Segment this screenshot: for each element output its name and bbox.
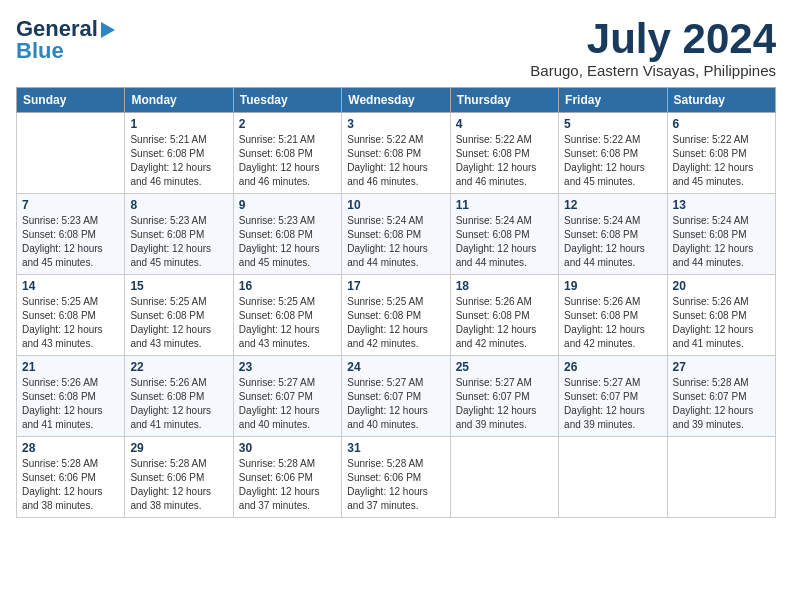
day-number: 23 [239, 360, 336, 374]
day-number: 1 [130, 117, 227, 131]
day-number: 8 [130, 198, 227, 212]
logo-arrow-icon [101, 22, 115, 38]
day-number: 13 [673, 198, 770, 212]
day-number: 4 [456, 117, 553, 131]
calendar-day-cell: 8Sunrise: 5:23 AM Sunset: 6:08 PM Daylig… [125, 194, 233, 275]
calendar-week-row: 7Sunrise: 5:23 AM Sunset: 6:08 PM Daylig… [17, 194, 776, 275]
day-info: Sunrise: 5:28 AM Sunset: 6:06 PM Dayligh… [130, 457, 227, 513]
day-info: Sunrise: 5:24 AM Sunset: 6:08 PM Dayligh… [564, 214, 661, 270]
day-info: Sunrise: 5:27 AM Sunset: 6:07 PM Dayligh… [564, 376, 661, 432]
day-info: Sunrise: 5:22 AM Sunset: 6:08 PM Dayligh… [673, 133, 770, 189]
day-info: Sunrise: 5:23 AM Sunset: 6:08 PM Dayligh… [130, 214, 227, 270]
calendar-day-cell: 23Sunrise: 5:27 AM Sunset: 6:07 PM Dayli… [233, 356, 341, 437]
calendar-day-cell: 30Sunrise: 5:28 AM Sunset: 6:06 PM Dayli… [233, 437, 341, 518]
title-section: July 2024 Barugo, Eastern Visayas, Phili… [530, 16, 776, 79]
day-number: 26 [564, 360, 661, 374]
calendar-day-cell: 20Sunrise: 5:26 AM Sunset: 6:08 PM Dayli… [667, 275, 775, 356]
day-number: 20 [673, 279, 770, 293]
day-info: Sunrise: 5:28 AM Sunset: 6:07 PM Dayligh… [673, 376, 770, 432]
day-info: Sunrise: 5:26 AM Sunset: 6:08 PM Dayligh… [564, 295, 661, 351]
calendar-day-cell: 14Sunrise: 5:25 AM Sunset: 6:08 PM Dayli… [17, 275, 125, 356]
calendar-day-cell: 29Sunrise: 5:28 AM Sunset: 6:06 PM Dayli… [125, 437, 233, 518]
calendar-day-cell: 27Sunrise: 5:28 AM Sunset: 6:07 PM Dayli… [667, 356, 775, 437]
day-info: Sunrise: 5:23 AM Sunset: 6:08 PM Dayligh… [22, 214, 119, 270]
day-number: 2 [239, 117, 336, 131]
day-number: 9 [239, 198, 336, 212]
day-number: 15 [130, 279, 227, 293]
calendar-day-cell: 4Sunrise: 5:22 AM Sunset: 6:08 PM Daylig… [450, 113, 558, 194]
day-number: 27 [673, 360, 770, 374]
day-number: 30 [239, 441, 336, 455]
calendar-week-row: 28Sunrise: 5:28 AM Sunset: 6:06 PM Dayli… [17, 437, 776, 518]
day-info: Sunrise: 5:24 AM Sunset: 6:08 PM Dayligh… [673, 214, 770, 270]
calendar-day-cell: 11Sunrise: 5:24 AM Sunset: 6:08 PM Dayli… [450, 194, 558, 275]
day-of-week-header: Friday [559, 88, 667, 113]
day-info: Sunrise: 5:24 AM Sunset: 6:08 PM Dayligh… [347, 214, 444, 270]
calendar-day-cell: 22Sunrise: 5:26 AM Sunset: 6:08 PM Dayli… [125, 356, 233, 437]
calendar-day-cell: 3Sunrise: 5:22 AM Sunset: 6:08 PM Daylig… [342, 113, 450, 194]
calendar-week-row: 1Sunrise: 5:21 AM Sunset: 6:08 PM Daylig… [17, 113, 776, 194]
calendar-day-cell: 28Sunrise: 5:28 AM Sunset: 6:06 PM Dayli… [17, 437, 125, 518]
calendar-day-cell: 26Sunrise: 5:27 AM Sunset: 6:07 PM Dayli… [559, 356, 667, 437]
day-info: Sunrise: 5:26 AM Sunset: 6:08 PM Dayligh… [130, 376, 227, 432]
day-of-week-header: Sunday [17, 88, 125, 113]
day-info: Sunrise: 5:21 AM Sunset: 6:08 PM Dayligh… [130, 133, 227, 189]
calendar-day-cell: 5Sunrise: 5:22 AM Sunset: 6:08 PM Daylig… [559, 113, 667, 194]
calendar-day-cell [559, 437, 667, 518]
calendar-day-cell: 25Sunrise: 5:27 AM Sunset: 6:07 PM Dayli… [450, 356, 558, 437]
calendar-day-cell: 6Sunrise: 5:22 AM Sunset: 6:08 PM Daylig… [667, 113, 775, 194]
day-info: Sunrise: 5:23 AM Sunset: 6:08 PM Dayligh… [239, 214, 336, 270]
day-of-week-header: Saturday [667, 88, 775, 113]
logo: General Blue [16, 16, 115, 64]
day-number: 10 [347, 198, 444, 212]
day-number: 14 [22, 279, 119, 293]
day-info: Sunrise: 5:26 AM Sunset: 6:08 PM Dayligh… [673, 295, 770, 351]
day-info: Sunrise: 5:22 AM Sunset: 6:08 PM Dayligh… [456, 133, 553, 189]
day-number: 12 [564, 198, 661, 212]
calendar-day-cell [450, 437, 558, 518]
calendar-day-cell: 10Sunrise: 5:24 AM Sunset: 6:08 PM Dayli… [342, 194, 450, 275]
day-number: 21 [22, 360, 119, 374]
calendar-day-cell: 21Sunrise: 5:26 AM Sunset: 6:08 PM Dayli… [17, 356, 125, 437]
day-number: 24 [347, 360, 444, 374]
day-info: Sunrise: 5:22 AM Sunset: 6:08 PM Dayligh… [347, 133, 444, 189]
location-title: Barugo, Eastern Visayas, Philippines [530, 62, 776, 79]
calendar-table: SundayMondayTuesdayWednesdayThursdayFrid… [16, 87, 776, 518]
calendar-week-row: 21Sunrise: 5:26 AM Sunset: 6:08 PM Dayli… [17, 356, 776, 437]
day-info: Sunrise: 5:24 AM Sunset: 6:08 PM Dayligh… [456, 214, 553, 270]
day-number: 17 [347, 279, 444, 293]
calendar-day-cell: 1Sunrise: 5:21 AM Sunset: 6:08 PM Daylig… [125, 113, 233, 194]
day-info: Sunrise: 5:26 AM Sunset: 6:08 PM Dayligh… [22, 376, 119, 432]
day-number: 11 [456, 198, 553, 212]
day-number: 7 [22, 198, 119, 212]
day-info: Sunrise: 5:27 AM Sunset: 6:07 PM Dayligh… [456, 376, 553, 432]
calendar-day-cell: 15Sunrise: 5:25 AM Sunset: 6:08 PM Dayli… [125, 275, 233, 356]
day-number: 25 [456, 360, 553, 374]
day-of-week-header: Wednesday [342, 88, 450, 113]
calendar-header-row: SundayMondayTuesdayWednesdayThursdayFrid… [17, 88, 776, 113]
day-of-week-header: Tuesday [233, 88, 341, 113]
day-info: Sunrise: 5:27 AM Sunset: 6:07 PM Dayligh… [239, 376, 336, 432]
day-info: Sunrise: 5:27 AM Sunset: 6:07 PM Dayligh… [347, 376, 444, 432]
calendar-day-cell: 19Sunrise: 5:26 AM Sunset: 6:08 PM Dayli… [559, 275, 667, 356]
day-info: Sunrise: 5:22 AM Sunset: 6:08 PM Dayligh… [564, 133, 661, 189]
calendar-day-cell: 16Sunrise: 5:25 AM Sunset: 6:08 PM Dayli… [233, 275, 341, 356]
day-info: Sunrise: 5:28 AM Sunset: 6:06 PM Dayligh… [22, 457, 119, 513]
calendar-week-row: 14Sunrise: 5:25 AM Sunset: 6:08 PM Dayli… [17, 275, 776, 356]
day-number: 19 [564, 279, 661, 293]
calendar-day-cell: 18Sunrise: 5:26 AM Sunset: 6:08 PM Dayli… [450, 275, 558, 356]
day-of-week-header: Monday [125, 88, 233, 113]
day-number: 5 [564, 117, 661, 131]
day-info: Sunrise: 5:28 AM Sunset: 6:06 PM Dayligh… [239, 457, 336, 513]
calendar-day-cell: 17Sunrise: 5:25 AM Sunset: 6:08 PM Dayli… [342, 275, 450, 356]
day-number: 6 [673, 117, 770, 131]
page-header: General Blue July 2024 Barugo, Eastern V… [16, 16, 776, 79]
calendar-day-cell: 9Sunrise: 5:23 AM Sunset: 6:08 PM Daylig… [233, 194, 341, 275]
logo-blue: Blue [16, 38, 64, 64]
day-of-week-header: Thursday [450, 88, 558, 113]
calendar-day-cell: 7Sunrise: 5:23 AM Sunset: 6:08 PM Daylig… [17, 194, 125, 275]
day-number: 31 [347, 441, 444, 455]
day-info: Sunrise: 5:25 AM Sunset: 6:08 PM Dayligh… [130, 295, 227, 351]
day-number: 3 [347, 117, 444, 131]
day-info: Sunrise: 5:25 AM Sunset: 6:08 PM Dayligh… [347, 295, 444, 351]
